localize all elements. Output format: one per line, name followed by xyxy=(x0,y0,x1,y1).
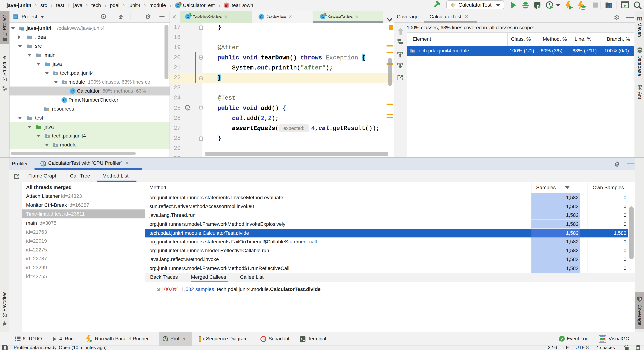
svg-text:2: 2 xyxy=(561,337,563,341)
